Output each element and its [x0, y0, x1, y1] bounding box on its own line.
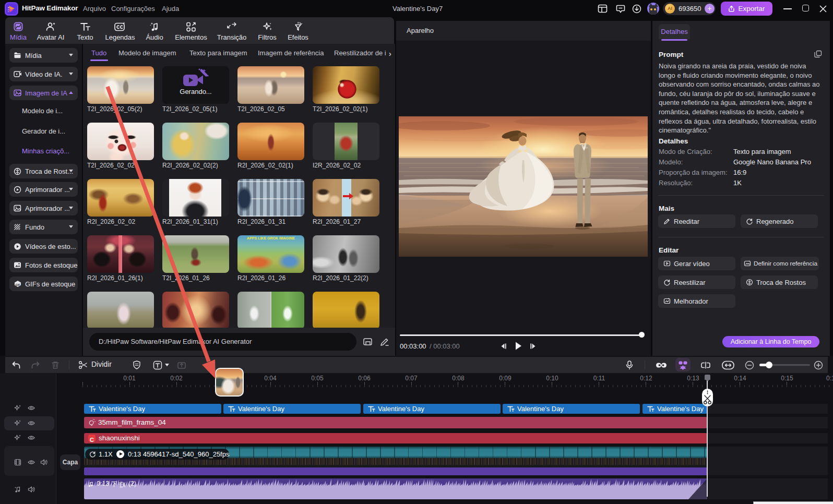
- svg-text:GIF: GIF: [15, 283, 20, 286]
